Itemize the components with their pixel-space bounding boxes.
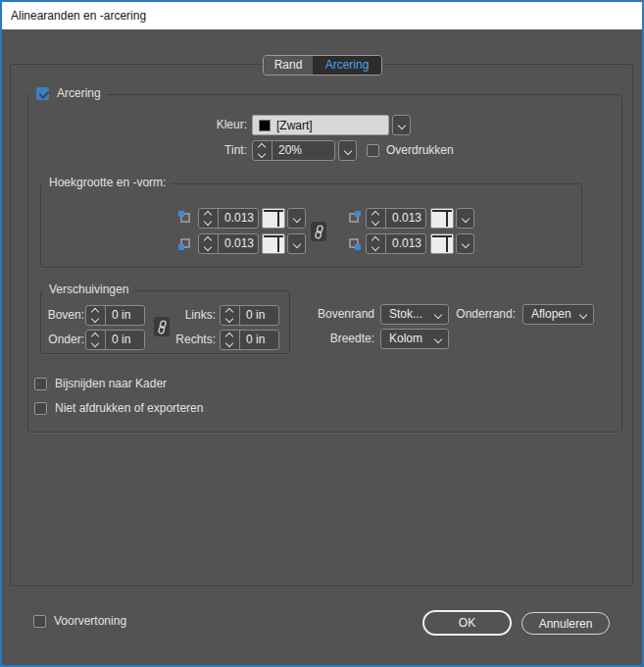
tab-bar: Rand Arcering [263, 55, 382, 76]
onder-label: Onder: [43, 330, 84, 350]
kleur-select[interactable]: [Zwart] [252, 115, 389, 135]
kleur-value: [Zwart] [276, 119, 313, 132]
corner-shape-arrow[interactable] [456, 208, 474, 229]
links-stepper[interactable] [221, 306, 240, 325]
overdrukken-label: Overdrukken [386, 140, 454, 161]
corner-topleft-stepper[interactable] [199, 209, 219, 228]
corner-shape-arrow[interactable] [287, 233, 306, 254]
clip-checkbox[interactable] [34, 378, 47, 390]
ok-button[interactable]: OK [422, 610, 512, 636]
corner-bottomleft-stepper[interactable] [199, 234, 219, 253]
rechts-stepper[interactable] [221, 331, 240, 349]
corner-link-icon[interactable] [311, 222, 326, 241]
corner-bottomleft-icon [178, 236, 192, 250]
corner-topright-stepper[interactable] [367, 209, 386, 228]
corner-topleft-field[interactable]: 0.013 [198, 208, 259, 229]
corner-shape-swatch [262, 208, 285, 229]
cancel-button[interactable]: Annuleren [521, 612, 610, 635]
rechts-label: Rechts: [167, 330, 216, 350]
breedte-label: Breedte: [308, 329, 374, 349]
onderrand-label: Onderrand: [453, 304, 516, 325]
onder-stepper[interactable] [86, 331, 106, 349]
corner-group: Hoekgrootte en -vorm: 0.013 0.013 [40, 183, 582, 268]
cancel-label: Annuleren [539, 617, 593, 631]
rechts-value: 0 in [240, 331, 278, 349]
onder-value: 0 in [106, 331, 144, 349]
corner-bottomleft-shape[interactable] [262, 233, 306, 254]
corner-topleft-icon [178, 211, 192, 225]
bovenrand-select[interactable]: Stok... [380, 304, 449, 325]
tint-label: Tint: [146, 140, 247, 161]
corner-shape-swatch [430, 208, 454, 229]
kleur-dropdown-arrow[interactable] [392, 115, 411, 135]
noprint-label: Niet afdrukken of exporteren [55, 398, 203, 419]
tint-dropdown-arrow[interactable] [338, 140, 357, 161]
corner-bottomright-value: 0.013 [386, 234, 425, 253]
shading-legend: Arcering [30, 86, 107, 100]
onderrand-value: Aflopen [531, 307, 571, 321]
breedte-value: Kolom [389, 332, 422, 345]
rechts-field[interactable]: 0 in [220, 330, 279, 350]
boven-value: 0 in [106, 306, 144, 325]
shading-enable-label: Arcering [57, 86, 101, 100]
onderrand-select[interactable]: Aflopen [522, 304, 594, 325]
ok-label: OK [459, 616, 475, 630]
kleur-label: Kleur: [146, 115, 247, 135]
corner-shape-swatch [430, 233, 454, 254]
corner-bottomleft-field[interactable]: 0.013 [198, 233, 259, 254]
dialog-window: Alinearanden en -arcering Rand Arcering … [0, 0, 644, 667]
tint-field[interactable]: 20% [252, 140, 335, 161]
corner-group-title: Hoekgrootte en -vorm: [43, 176, 172, 189]
tint-value: 20% [272, 141, 334, 160]
overdrukken-checkbox[interactable] [367, 144, 379, 157]
preview-label: Voorvertoning [54, 611, 126, 632]
corner-bottomright-stepper[interactable] [367, 234, 386, 253]
color-swatch-black [259, 120, 271, 131]
links-label: Links: [167, 305, 216, 326]
bovenrand-label: Bovenrand [308, 304, 374, 325]
noprint-checkbox[interactable] [34, 402, 47, 415]
preview-checkbox[interactable] [33, 615, 46, 628]
breedte-select[interactable]: Kolom [380, 329, 449, 349]
boven-stepper[interactable] [86, 306, 106, 325]
boven-field[interactable]: 0 in [85, 305, 145, 326]
title-bar: Alinearanden en -arcering [2, 2, 642, 29]
corner-topleft-value: 0.013 [219, 209, 258, 228]
corner-bottomleft-value: 0.013 [219, 234, 258, 253]
links-value: 0 in [240, 306, 278, 325]
corner-topright-icon [347, 211, 361, 225]
dialog-body: Rand Arcering Arcering Kleur: [Zwart] Ti… [2, 29, 642, 665]
boven-label: Boven: [43, 305, 84, 326]
tint-stepper[interactable] [253, 141, 272, 160]
corner-bottomright-field[interactable]: 0.013 [366, 233, 426, 254]
corner-bottomright-icon [347, 236, 361, 250]
corner-shape-arrow[interactable] [456, 233, 474, 254]
window-title: Alinearanden en -arcering [11, 9, 146, 23]
shading-group: Arcering Kleur: [Zwart] Tint: 20% Overdr… [27, 94, 622, 433]
bovenrand-value: Stok... [389, 307, 422, 321]
links-field[interactable]: 0 in [220, 305, 279, 326]
corner-topright-field[interactable]: 0.013 [366, 208, 426, 229]
clip-label: Bijsnijden naar Kader [55, 374, 167, 394]
corner-topright-shape[interactable] [430, 208, 474, 229]
shading-enable-checkbox[interactable] [36, 87, 49, 100]
offsets-group-title: Verschuivingen [43, 282, 134, 296]
tab-rand[interactable]: Rand [264, 56, 313, 75]
corner-shape-swatch [262, 233, 285, 254]
tab-arcering[interactable]: Arcering [313, 56, 381, 75]
corner-shape-arrow[interactable] [287, 208, 306, 229]
onder-field[interactable]: 0 in [85, 330, 145, 350]
corner-topleft-shape[interactable] [262, 208, 306, 229]
corner-bottomright-shape[interactable] [430, 233, 474, 254]
offsets-group: Verschuivingen Boven: 0 in Onder: 0 in L… [40, 290, 290, 354]
corner-topright-value: 0.013 [386, 209, 425, 228]
